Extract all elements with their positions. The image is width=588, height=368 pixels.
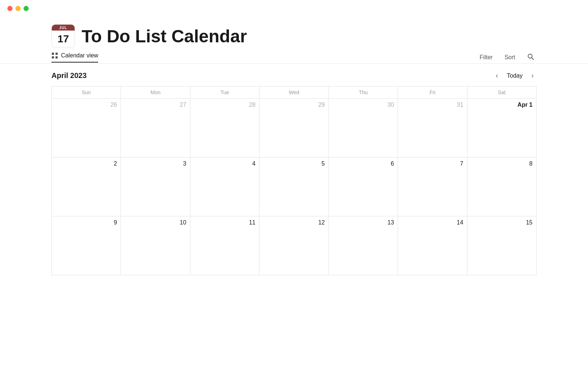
calendar-day-cell[interactable]: Apr 1 bbox=[467, 99, 536, 158]
calendar-day-cell[interactable]: 8 bbox=[467, 158, 536, 216]
day-number: 30 bbox=[333, 102, 394, 108]
page-header: JUL 17 To Do List Calendar bbox=[0, 17, 588, 52]
day-number: 10 bbox=[125, 219, 186, 226]
day-number: 4 bbox=[194, 160, 255, 167]
toolbar-right: Filter Sort bbox=[477, 52, 537, 63]
calendar-day-cell[interactable]: 4 bbox=[190, 158, 259, 216]
calendar-day-cell[interactable]: 10 bbox=[121, 216, 190, 275]
calendar-day-cell[interactable]: 14 bbox=[398, 216, 467, 275]
icon-month: JUL bbox=[52, 25, 75, 31]
calendar-day-cell[interactable]: 30 bbox=[329, 99, 398, 158]
calendar-day-cell[interactable]: 26 bbox=[52, 99, 121, 158]
day-headers-row: Sun Mon Tue Wed Thu Fri Sat bbox=[52, 86, 537, 99]
search-button[interactable] bbox=[525, 52, 537, 63]
calendar-day-cell[interactable]: 5 bbox=[259, 158, 329, 216]
header-tue: Tue bbox=[190, 86, 259, 99]
close-button[interactable] bbox=[7, 6, 12, 11]
calendar-day-cell[interactable]: 31 bbox=[398, 99, 467, 158]
calendar-day-cell[interactable]: 28 bbox=[190, 99, 259, 158]
day-number: 29 bbox=[263, 102, 325, 108]
svg-rect-0 bbox=[52, 53, 54, 55]
day-number: Apr 1 bbox=[471, 102, 533, 108]
view-label: Calendar view bbox=[61, 52, 98, 59]
day-number: 14 bbox=[402, 219, 463, 226]
calendar-day-cell[interactable]: 7 bbox=[398, 158, 467, 216]
svg-rect-3 bbox=[55, 56, 58, 59]
day-number: 31 bbox=[402, 102, 463, 108]
svg-line-5 bbox=[532, 58, 534, 60]
header-wed: Wed bbox=[259, 86, 329, 99]
calendar-day-cell[interactable]: 3 bbox=[121, 158, 190, 216]
header-fri: Fri bbox=[398, 86, 467, 99]
day-number: 13 bbox=[333, 219, 394, 226]
day-number: 2 bbox=[55, 160, 117, 167]
calendar-day-cell[interactable]: 11 bbox=[190, 216, 259, 275]
view-selector[interactable]: Calendar view bbox=[51, 52, 98, 63]
calendar-view-icon bbox=[51, 52, 58, 59]
titlebar bbox=[0, 0, 588, 17]
nav-controls: ‹ Today › bbox=[493, 70, 537, 81]
svg-rect-1 bbox=[55, 53, 58, 55]
day-number: 5 bbox=[263, 160, 325, 167]
maximize-button[interactable] bbox=[24, 6, 29, 11]
toolbar: Calendar view Filter Sort bbox=[0, 52, 588, 64]
calendar-nav: April 2023 ‹ Today › bbox=[51, 64, 537, 86]
day-number: 26 bbox=[55, 102, 117, 108]
calendar-week-3: 9101112131415 bbox=[52, 216, 537, 275]
calendar-week-1: 262728293031Apr 1 bbox=[52, 99, 537, 158]
app-icon: JUL 17 bbox=[51, 24, 75, 48]
calendar-container: April 2023 ‹ Today › Sun Mon Tue Wed Thu… bbox=[0, 64, 588, 275]
calendar-day-cell[interactable]: 27 bbox=[121, 99, 190, 158]
calendar-day-cell[interactable]: 6 bbox=[329, 158, 398, 216]
day-number: 15 bbox=[471, 219, 533, 226]
svg-rect-2 bbox=[52, 56, 54, 59]
day-number: 3 bbox=[125, 160, 186, 167]
day-number: 11 bbox=[194, 219, 255, 226]
icon-day: 17 bbox=[52, 31, 75, 47]
calendar-day-cell[interactable]: 12 bbox=[259, 216, 329, 275]
calendar-week-2: 2345678 bbox=[52, 158, 537, 216]
prev-month-button[interactable]: ‹ bbox=[493, 70, 501, 81]
sort-button[interactable]: Sort bbox=[502, 53, 517, 62]
day-number: 8 bbox=[471, 160, 533, 167]
day-number: 9 bbox=[55, 219, 117, 226]
header-mon: Mon bbox=[121, 86, 190, 99]
minimize-button[interactable] bbox=[15, 6, 21, 11]
month-label: April 2023 bbox=[51, 71, 87, 80]
calendar-day-cell[interactable]: 2 bbox=[52, 158, 121, 216]
page-title: To Do List Calendar bbox=[82, 26, 247, 46]
day-number: 28 bbox=[194, 102, 255, 108]
day-number: 12 bbox=[263, 219, 325, 226]
filter-button[interactable]: Filter bbox=[477, 53, 495, 62]
calendar-day-cell[interactable]: 29 bbox=[259, 99, 329, 158]
calendar-day-cell[interactable]: 15 bbox=[467, 216, 536, 275]
day-number: 27 bbox=[125, 102, 186, 108]
calendar-day-cell[interactable]: 9 bbox=[52, 216, 121, 275]
window-controls bbox=[7, 6, 29, 11]
next-month-button[interactable]: › bbox=[528, 70, 537, 81]
header-sat: Sat bbox=[467, 86, 536, 99]
calendar-grid: Sun Mon Tue Wed Thu Fri Sat 262728293031… bbox=[51, 86, 537, 275]
today-button[interactable]: Today bbox=[504, 71, 526, 81]
day-number: 7 bbox=[402, 160, 463, 167]
calendar-day-cell[interactable]: 13 bbox=[329, 216, 398, 275]
day-number: 6 bbox=[333, 160, 394, 167]
header-sun: Sun bbox=[52, 86, 121, 99]
header-thu: Thu bbox=[329, 86, 398, 99]
